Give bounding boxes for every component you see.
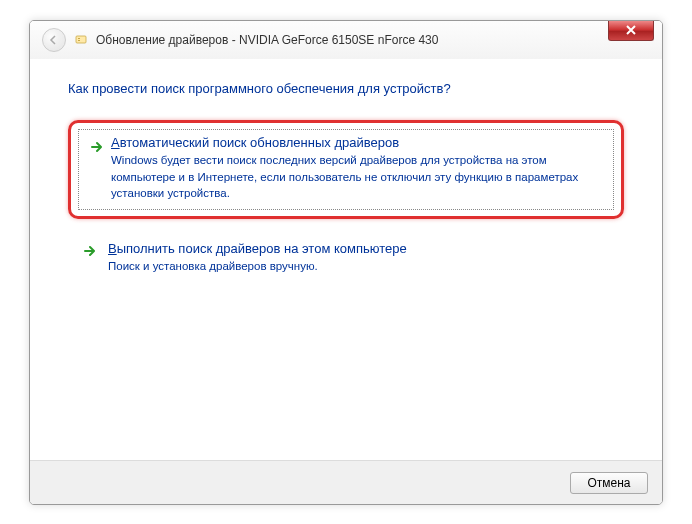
close-button[interactable] [608,21,654,41]
arrow-right-icon [82,243,98,259]
cancel-button[interactable]: Отмена [570,472,648,494]
svg-rect-0 [76,36,86,43]
back-button[interactable] [42,28,66,52]
window-title: Обновление драйверов - NVIDIA GeForce 61… [96,33,438,47]
device-icon [74,33,88,47]
page-heading: Как провести поиск программного обеспече… [68,81,624,96]
option-auto-search[interactable]: Автоматический поиск обновленных драйвер… [68,120,624,219]
option-title: Выполнить поиск драйверов на этом компью… [108,241,610,256]
content-area: Как провести поиск программного обеспече… [30,59,662,309]
option-title: Автоматический поиск обновленных драйвер… [111,135,607,150]
close-icon [625,24,637,36]
arrow-left-icon [48,34,60,46]
arrow-right-icon [89,139,105,155]
svg-rect-2 [78,40,80,41]
titlebar: Обновление драйверов - NVIDIA GeForce 61… [30,21,662,59]
option-manual-search[interactable]: Выполнить поиск драйверов на этом компью… [68,229,624,289]
option-desc: Поиск и установка драйверов вручную. [108,258,578,275]
svg-rect-1 [78,38,80,39]
option-desc: Windows будет вести поиск последних верс… [111,152,581,202]
driver-update-dialog: Обновление драйверов - NVIDIA GeForce 61… [29,20,663,505]
footer-bar: Отмена [30,460,662,504]
